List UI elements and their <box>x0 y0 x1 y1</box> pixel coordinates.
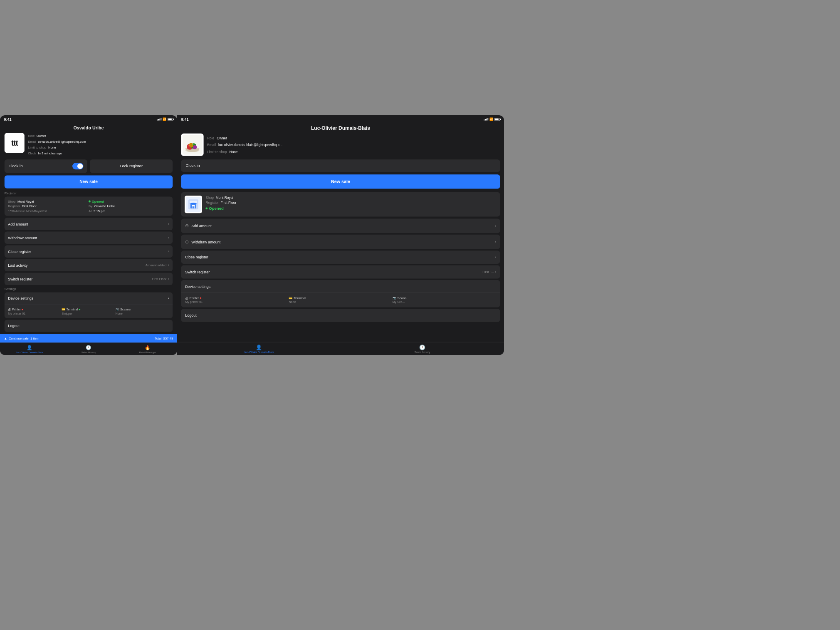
right-clock-in-label: Clock in <box>185 164 200 168</box>
avatar-text: ttt <box>11 139 18 148</box>
bottom-bar-left[interactable]: ▲ Continue sale; 1 item Total: $57.49 <box>0 334 177 343</box>
printer-value: My printer 01 <box>8 312 62 315</box>
terminal-dot <box>79 309 80 310</box>
status-icons-right: 📶 <box>484 117 500 121</box>
right-register-label: Register <box>205 201 218 205</box>
right-logout-button[interactable]: Logout <box>181 309 500 322</box>
clock-toggle[interactable] <box>72 163 83 169</box>
tab-sales-icon: 🕐 <box>86 345 91 350</box>
withdraw-amount-icon: ⊖ <box>185 239 189 245</box>
right-switch-register-item[interactable]: Switch register First F... › <box>181 265 500 279</box>
right-signal-icon <box>484 118 488 121</box>
add-amount-label: Add amount <box>8 222 28 226</box>
right-printer-icon: 🖨 <box>185 296 188 300</box>
right-terminal-icon: 💳 <box>289 296 293 300</box>
left-ipad: 9:41 📶 Osvaldo Uribe ttt <box>0 115 177 355</box>
right-tab-bar: 👤 Luc-Olivier Dumais-Blais 🕐 Sales histo… <box>177 342 504 355</box>
role-row: Role Owner <box>28 133 86 139</box>
address-cell: 1556 Avenue Mont-Royal Est <box>8 209 89 213</box>
total-amount: Total: $57.49 <box>155 337 173 340</box>
logout-button[interactable]: Logout <box>5 320 173 332</box>
right-add-amount-item[interactable]: ⊕ Add amount › <box>181 218 500 233</box>
right-add-amount-inner: ⊕ Add amount <box>185 223 212 228</box>
right-tab-sales-icon: 🕐 <box>419 344 425 350</box>
printer-icon: 🖨 <box>8 308 11 311</box>
new-sale-button[interactable]: New sale <box>5 175 173 188</box>
right-register-info: Shop Mont Royal Register First Floor Ope… <box>205 196 236 211</box>
status-value: Opened <box>92 200 104 203</box>
wifi-icon: 📶 <box>163 117 166 121</box>
right-add-amount-label: Add amount <box>191 224 212 228</box>
clock-in-label: Clock in <box>8 164 22 169</box>
shop-row: Shop Mont Royal <box>8 200 89 203</box>
tab-sales-left[interactable]: 🕐 Sales History <box>59 345 118 354</box>
right-printer-dot <box>200 297 202 299</box>
right-email-label: Email <box>207 143 216 147</box>
withdraw-amount-item[interactable]: Withdraw amount › <box>5 231 173 243</box>
register-label: Register <box>8 204 20 208</box>
right-printer-col: 🖨 Printer My printer 01 <box>185 296 289 304</box>
device-settings-button[interactable]: Device settings › <box>5 292 173 305</box>
left-profile-info: Role Owner Email osvaldo.uribe@lightspee… <box>28 133 86 156</box>
email-value: osvaldo.uribe@lightspeedhq.com <box>38 140 86 144</box>
right-shop-label: Shop <box>205 196 214 200</box>
last-activity-item[interactable]: Last activity Amount added › <box>5 259 173 271</box>
device-settings-card: Device settings › 🖨 Printer My printer 0… <box>5 292 173 318</box>
right-device-settings-button[interactable]: Device settings <box>181 280 500 293</box>
right-switch-register-label: Switch register <box>185 270 210 274</box>
right-limit-value: None <box>230 150 238 154</box>
right-clock-in-button[interactable]: Clock in <box>181 159 500 172</box>
right-role-value: Owner <box>217 136 227 140</box>
right-printer-label: 🖨 Printer <box>185 296 289 300</box>
email-row: Email osvaldo.uribe@lightspeedhq.com <box>28 139 86 145</box>
register-grid-2: 1556 Avenue Mont-Royal Est At 9:15 pm <box>8 209 169 213</box>
close-register-item[interactable]: Close register › <box>5 245 173 257</box>
limit-label: Limit to shop <box>28 146 46 149</box>
withdraw-chevron-icon: › <box>495 240 496 244</box>
by-row: By Osvaldo Uribe <box>89 204 169 208</box>
right-terminal-col: 💳 Terminal None <box>289 296 392 304</box>
limit-value: None <box>48 146 56 149</box>
right-withdraw-inner: ⊖ Withdraw amount <box>185 239 220 245</box>
tab-user-left[interactable]: 👤 Luc-Olivier Dumais-Blais <box>0 345 59 354</box>
printer-dot <box>22 309 23 310</box>
by-label: By <box>89 204 92 208</box>
right-profile-info: Role Owner Email luc-olivier.dumais-blai… <box>207 134 282 156</box>
last-activity-right: Amount added › <box>146 263 169 267</box>
chevron-up-icon: ▲ <box>4 337 7 340</box>
register-row: Register First Floor <box>8 204 89 208</box>
right-scanner-col: 📷 Scann... My Sca... <box>393 296 496 304</box>
tab-retail-left[interactable]: 🔥 Retail Manager <box>118 345 177 354</box>
svg-rect-14 <box>193 206 195 208</box>
continue-sale[interactable]: ▲ Continue sale; 1 item <box>4 337 40 340</box>
new-sale-label: New sale <box>79 179 98 184</box>
right-status-value: Opened <box>209 206 224 211</box>
lock-register-button[interactable]: Lock register <box>90 159 173 173</box>
right-tab-user[interactable]: 👤 Luc-Olivier Dumais-Blais <box>177 344 341 354</box>
printer-col: 🖨 Printer My printer 01 <box>8 308 62 315</box>
register-address: 1556 Avenue Mont-Royal Est <box>8 209 47 213</box>
right-content: Luc-Olivier Dumais-Blais <box>177 123 504 342</box>
clock-in-button[interactable]: Clock in <box>5 159 87 173</box>
status-icons-left: 📶 <box>157 117 173 121</box>
right-tab-user-label: Luc-Olivier Dumais-Blais <box>244 351 274 354</box>
right-tab-sales[interactable]: 🕐 Sales history <box>341 344 504 354</box>
register-section-label: Register <box>2 191 175 197</box>
clock-row: Clock In 3 minutes ago <box>28 151 86 156</box>
switch-register-item[interactable]: Switch register First Floor › <box>5 273 173 285</box>
right-logout-label: Logout <box>185 313 197 317</box>
right-profile-card: Role Owner Email luc-olivier.dumais-blai… <box>177 134 504 159</box>
right-close-register-item[interactable]: Close register › <box>181 251 500 264</box>
right-new-sale-button[interactable]: New sale <box>181 174 500 189</box>
status-row: Opened <box>89 200 169 203</box>
right-scanner-icon: 📷 <box>393 296 397 300</box>
right-tab-sales-label: Sales history <box>415 351 430 354</box>
left-avatar: ttt <box>5 133 25 153</box>
settings-section-label: Settings <box>2 287 175 293</box>
add-amount-icon: ⊕ <box>185 223 189 228</box>
add-amount-item[interactable]: Add amount › <box>5 218 173 230</box>
right-limit-row: Limit to shop None <box>207 149 282 156</box>
terminal-col: 💳 Terminal Swipper <box>62 308 115 315</box>
terminal-icon: 💳 <box>62 308 65 311</box>
right-withdraw-amount-item[interactable]: ⊖ Withdraw amount › <box>181 235 500 249</box>
